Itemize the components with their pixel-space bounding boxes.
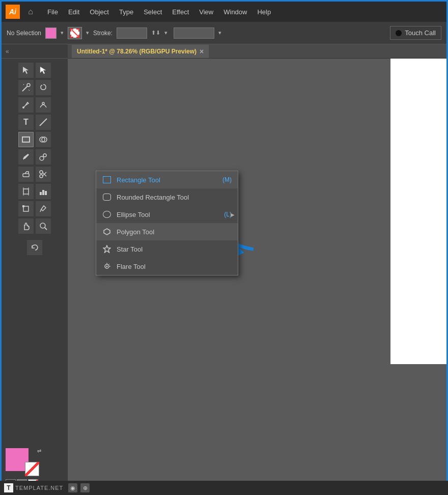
template-t-icon: T [4,483,13,492]
stroke-spinner[interactable]: ⬆⬇ [151,30,160,36]
rectangle-tool-menu-icon [102,175,111,184]
svg-line-0 [22,86,27,91]
smooth-tool-button[interactable] [36,149,51,164]
svg-point-33 [106,266,108,267]
lasso-tool-button[interactable] [36,80,51,95]
rectangle-tool-label: Rectangle Tool [117,176,160,184]
shape-builder-button[interactable] [36,132,51,147]
stroke-indicator[interactable] [68,27,82,39]
sidebar: « [2,44,68,493]
pen-tool-icon [21,100,31,109]
magic-wand-icon [21,83,31,92]
menu-view[interactable]: View [195,6,217,18]
direct-selection-tool-button[interactable] [36,63,51,78]
fill-color-swatch[interactable] [45,28,57,39]
touch-call-button[interactable]: Touch Call [390,26,441,40]
menu-type[interactable]: Type [115,6,137,18]
stroke-dropdown-arrow[interactable]: ▾ [86,30,89,36]
rectangle-tool-button[interactable]: ▪ [18,132,34,147]
opacity-dropdown[interactable]: ▾ [218,30,221,36]
eraser-tool-button[interactable] [18,167,34,182]
menu-object[interactable]: Object [86,6,113,18]
menu-item-polygon-tool[interactable]: Polygon Tool [96,223,238,240]
dropper-tool-icon [39,204,48,213]
touch-call-dot-icon [396,30,402,36]
swap-colors-icon[interactable]: ⇄ [37,448,41,454]
rounded-rect-tool-label: Rounded Rectangle Tool [117,194,189,201]
artboard-tool-button[interactable] [18,184,34,199]
hand-tool-icon [21,222,31,231]
menu-help[interactable]: Help [253,6,275,18]
footer-icon-2[interactable]: ⊕ [80,483,90,492]
tool-row-type: T [4,115,66,130]
ellipse-shape-icon [103,211,111,218]
stroke-slash-overlay [25,462,39,476]
footer-icon-1[interactable]: ◉ [68,483,77,492]
pen-tool-button[interactable] [18,97,34,113]
undo-button[interactable] [27,240,42,255]
svg-point-10 [40,156,44,160]
tool-row-shape: ▪ [4,132,66,147]
dropper-tool-button[interactable] [36,201,51,216]
zoom-tool-button[interactable] [36,218,51,234]
canvas-area[interactable]: Rectangle Tool (M) Rounded Rectangle Too… [68,59,446,493]
svg-marker-31 [103,245,110,253]
svg-rect-23 [42,190,44,195]
polygon-tool-menu-icon [102,227,111,236]
home-icon[interactable]: ⌂ [24,5,37,18]
svg-line-35 [109,264,110,265]
stroke-unit-dropdown[interactable]: ▾ [164,30,167,36]
free-transform-button[interactable] [18,201,34,216]
footer: T TEMPLATE.NET ◉ ⊕ [0,481,448,495]
menu-edit[interactable]: Edit [64,6,83,18]
menu-item-rounded-rect-tool[interactable]: Rounded Rectangle Tool [96,188,238,206]
svg-rect-12 [23,174,29,177]
selection-tool-button[interactable] [18,63,34,78]
menu-file[interactable]: File [43,6,62,18]
hand-tool-button[interactable] [18,218,34,234]
menu-window[interactable]: Window [219,6,251,18]
magic-wand-button[interactable] [18,80,34,95]
document-tab-title: Untitled-1* @ 78.26% (RGB/GPU Preview) [77,48,197,55]
curvature-tool-button[interactable] [36,97,51,113]
menu-item-ellipse-tool[interactable]: Ellipse Tool (L) ▶ [96,206,238,223]
opacity-field[interactable] [174,28,214,39]
svg-line-3 [29,90,30,91]
line-tool-button[interactable] [36,115,51,130]
star-tool-label: Star Tool [117,245,143,253]
close-tab-icon[interactable]: × [200,48,204,55]
rect-shape-icon [21,135,31,144]
stroke-color-box[interactable] [25,462,39,476]
svg-marker-30 [104,229,110,235]
stroke-icon [70,29,79,38]
menu-item-flare-tool[interactable]: Flare Tool [96,258,238,275]
svg-point-13 [40,171,43,174]
tool-row-selection [4,63,66,78]
type-tool-button[interactable]: T [18,115,34,130]
star-tool-menu-icon [102,244,111,254]
menu-bar: Ai ⌂ File Edit Object Type Select Effect… [2,2,446,22]
graph-tool-button[interactable] [36,184,51,199]
menu-item-star-tool[interactable]: Star Tool [96,240,238,258]
template-logo: T TEMPLATE.NET [4,483,63,492]
document-tab[interactable]: Untitled-1* @ 78.26% (RGB/GPU Preview) × [72,45,209,58]
ellipse-tool-label: Ellipse Tool [117,211,150,218]
tool-row-wand [4,80,66,95]
menu-effect[interactable]: Effect [168,6,193,18]
scissors-tool-button[interactable] [36,167,51,182]
svg-point-11 [43,154,46,157]
zoom-tool-icon [39,222,48,231]
content-wrapper: Untitled-1* @ 78.26% (RGB/GPU Preview) ×… [68,44,446,493]
tool-row-pen [4,97,66,113]
collapse-panels-icon[interactable]: « [6,48,9,55]
fill-dropdown-arrow[interactable]: ▾ [61,30,64,36]
menu-select[interactable]: Select [139,6,166,18]
tool-row-transform [4,201,66,216]
pencil-tool-button[interactable] [18,149,34,164]
document-tab-strip: Untitled-1* @ 78.26% (RGB/GPU Preview) × [68,44,446,59]
tool-row-pencil [4,149,66,164]
graph-tool-icon [39,187,48,196]
stroke-value-input[interactable] [117,28,147,39]
rounded-rect-tool-menu-icon [102,193,111,202]
menu-item-rectangle-tool[interactable]: Rectangle Tool (M) [96,171,238,188]
